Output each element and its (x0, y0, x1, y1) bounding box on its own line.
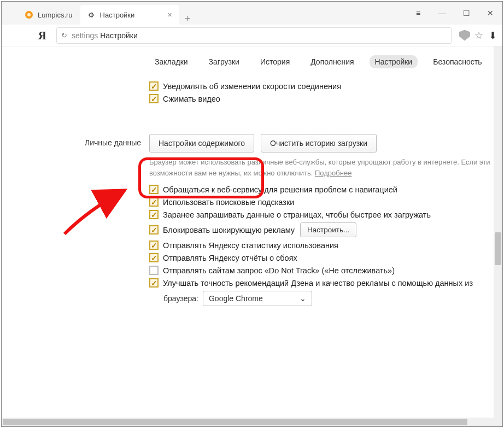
clear-history-button[interactable]: Очистить историю загрузки (261, 134, 377, 153)
check-label: Отправлять Яндексу отчёты о сбоях (163, 254, 297, 262)
horizontal-scrollbar[interactable] (2, 418, 494, 426)
yandex-logo-icon[interactable]: Я (34, 28, 49, 43)
settings-body: Уведомлять об изменении скорости соедине… (2, 78, 494, 306)
checkbox-icon[interactable] (149, 210, 159, 219)
check-block-ads[interactable]: Блокировать шокирующую рекламу Настроить… (149, 222, 494, 237)
nav-settings[interactable]: Настройки (370, 55, 418, 68)
section-top-checks: Уведомлять об изменении скорости соедине… (78, 78, 494, 107)
settings-content: Закладки Загрузки История Дополнения Нас… (2, 46, 494, 418)
browser-select[interactable]: Google Chrome ⌄ (203, 291, 312, 306)
checkbox-icon[interactable] (149, 278, 159, 288)
reload-icon[interactable]: ↻ (61, 31, 67, 39)
check-zen-accuracy[interactable]: Улучшать точность рекомендаций Дзена и к… (149, 278, 494, 288)
check-label: Отправлять Яндексу статистику использова… (163, 241, 338, 250)
checkbox-icon[interactable] (149, 241, 159, 250)
section-label: Личные данные (78, 134, 149, 306)
nav-bookmarks[interactable]: Закладки (149, 55, 194, 68)
nav-downloads[interactable]: Загрузки (203, 55, 245, 68)
address-field[interactable]: ↻ settings Настройки (56, 27, 452, 44)
chevron-down-icon: ⌄ (300, 294, 306, 303)
select-value: Google Chrome (209, 294, 263, 303)
new-tab-button[interactable]: + (180, 13, 196, 25)
scroll-corner (494, 418, 502, 426)
personal-note: Браузер может использовать различные веб… (149, 157, 494, 178)
tab-label: Настройки (100, 11, 162, 19)
download-icon[interactable]: ⬇ (489, 30, 497, 42)
close-icon[interactable]: × (167, 10, 172, 19)
check-label: Заранее запрашивать данные о страницах, … (163, 210, 431, 219)
check-prefetch[interactable]: Заранее запрашивать данные о страницах, … (149, 210, 494, 219)
browser-window: Lumpics.ru ⚙ Настройки × + ≡ — ☐ ✕ Я ↻ s… (1, 1, 503, 427)
checkbox-icon[interactable] (149, 185, 159, 194)
tab-lumpics[interactable]: Lumpics.ru (18, 5, 79, 25)
nav-history[interactable]: История (255, 55, 295, 68)
checkbox-icon[interactable] (149, 253, 159, 262)
check-compress-video[interactable]: Сжимать видео (149, 94, 494, 103)
more-link[interactable]: Подробнее (315, 169, 351, 177)
hamburger-menu-icon[interactable]: ≡ (406, 2, 430, 25)
configure-ads-button[interactable]: Настроить... (300, 222, 356, 237)
check-label: Блокировать шокирующую рекламу (163, 226, 295, 234)
checkbox-icon[interactable] (149, 81, 159, 91)
browser-select-row: браузера: Google Chrome ⌄ (163, 291, 494, 306)
tab-label: Lumpics.ru (38, 11, 73, 19)
check-dnt[interactable]: Отправлять сайтам запрос «Do Not Track» … (149, 266, 494, 275)
checkbox-icon[interactable] (149, 197, 159, 207)
address-text: settings Настройки (72, 31, 138, 40)
check-search-suggest[interactable]: Использовать поисковые подсказки (149, 197, 494, 207)
address-right-icons: ☆ (459, 30, 483, 42)
check-send-crash[interactable]: Отправлять Яндексу отчёты о сбоях (149, 253, 494, 262)
nav-security[interactable]: Безопасность (427, 55, 487, 68)
gear-icon: ⚙ (87, 10, 96, 19)
address-bar: Я ↻ settings Настройки ☆ ⬇ (2, 25, 502, 46)
tabs-area: Lumpics.ru ⚙ Настройки × + (2, 2, 406, 25)
vertical-scrollbar[interactable] (494, 46, 502, 418)
check-web-service-nav[interactable]: Обращаться к веб-сервису для решения про… (149, 185, 494, 194)
tab-settings[interactable]: ⚙ Настройки × (80, 5, 179, 25)
nav-addons[interactable]: Дополнения (305, 55, 359, 68)
check-label: Уведомлять об изменении скорости соедине… (163, 82, 341, 91)
close-button[interactable]: ✕ (478, 2, 502, 25)
check-send-stats[interactable]: Отправлять Яндексу статистику использова… (149, 241, 494, 250)
checkbox-icon[interactable] (149, 225, 159, 234)
check-notify-speed[interactable]: Уведомлять об изменении скорости соедине… (149, 81, 494, 91)
svg-point-1 (27, 13, 31, 16)
window-controls: ≡ — ☐ ✕ (406, 2, 502, 25)
content-settings-button[interactable]: Настройки содержимого (149, 134, 254, 153)
check-label: Отправлять сайтам запрос «Do Not Track» … (163, 266, 395, 275)
svg-text:Я: Я (38, 30, 46, 42)
check-label: Обращаться к веб-сервису для решения про… (163, 185, 397, 194)
checkbox-icon[interactable] (149, 94, 159, 103)
settings-nav: Закладки Загрузки История Дополнения Нас… (2, 46, 494, 78)
check-label: Использовать поисковые подсказки (163, 198, 294, 207)
maximize-button[interactable]: ☐ (454, 2, 478, 25)
scroll-thumb[interactable] (495, 232, 501, 265)
section-personal-data: Личные данные Настройки содержимого Очис… (78, 134, 494, 306)
check-label: Улучшать точность рекомендаций Дзена и к… (163, 279, 473, 288)
checkbox-icon[interactable] (149, 266, 159, 275)
orange-icon (25, 10, 33, 19)
minimize-button[interactable]: — (430, 2, 454, 25)
bookmark-star-icon[interactable]: ☆ (474, 30, 483, 42)
browser-label: браузера: (163, 294, 198, 303)
title-bar: Lumpics.ru ⚙ Настройки × + ≡ — ☐ ✕ (2, 2, 502, 25)
check-label: Сжимать видео (163, 95, 220, 103)
scroll-thumb[interactable] (3, 419, 467, 425)
shield-icon[interactable] (459, 30, 470, 41)
